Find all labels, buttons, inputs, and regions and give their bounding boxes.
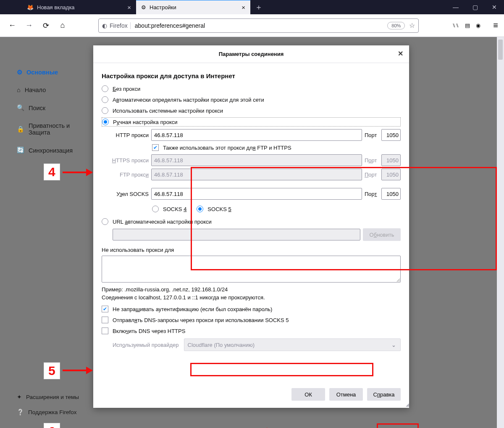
tab-label: Настройки <box>150 4 176 11</box>
https-proxy-row: HTTPS прокси Порт <box>102 154 401 166</box>
nav-toolbar: ← → ⟳ ⌂ ◐ Firefox about:preferences#gene… <box>0 14 504 37</box>
checkbox-icon <box>102 306 108 312</box>
http-proxy-input[interactable] <box>151 129 362 141</box>
checkbox-socks-dns[interactable]: Отправлять DNS-запросы через прокси при … <box>102 316 401 324</box>
close-icon[interactable]: ✕ <box>398 50 403 58</box>
toolbar-extras: ⑊⑊ ▤ ◉ <box>452 22 480 29</box>
noproxy-textarea[interactable] <box>102 256 401 283</box>
provider-label: Используемый провайдер <box>102 342 179 348</box>
port-label: Порт <box>365 191 379 197</box>
sidebar-item-extensions[interactable]: ✦Расширения и темы <box>17 394 79 400</box>
ftp-port-input <box>381 169 401 180</box>
sidebar-item-support[interactable]: ❔Поддержка Firefox <box>17 409 79 415</box>
radio-no-proxy[interactable]: Без прокси <box>102 85 401 93</box>
home-icon[interactable]: ⌂ <box>56 19 69 32</box>
minimize-icon[interactable]: — <box>446 0 465 14</box>
newtab-button[interactable]: ＋ <box>250 0 267 14</box>
tab-bar: 🦊 Новая вкладка × ⚙ Настройки × ＋ — ▢ ✕ <box>0 0 504 14</box>
http-port-input[interactable] <box>381 129 401 141</box>
radio-system-proxy[interactable]: Использовать системные настройки прокси <box>102 106 401 115</box>
menu-icon[interactable]: ≡ <box>493 21 498 30</box>
puzzle-icon: ✦ <box>17 394 22 400</box>
address-text[interactable]: about:preferences#general <box>135 22 383 29</box>
window-controls: — ▢ ✕ <box>446 0 504 14</box>
gear-icon: ⚙ <box>141 4 146 11</box>
back-icon[interactable]: ← <box>6 19 18 32</box>
reload-icon[interactable]: ⟳ <box>39 19 52 32</box>
page-scrollbar[interactable] <box>497 37 504 428</box>
close-window-icon[interactable]: ✕ <box>485 0 504 14</box>
close-icon[interactable]: × <box>242 4 245 11</box>
checkbox-doh[interactable]: Включить DNS через HTTPS <box>102 327 401 335</box>
socks-proxy-label: Узел SOCKS <box>102 191 149 197</box>
sidebar-item-label: Поддержка Firefox <box>28 409 76 415</box>
sidebar-item-privacy[interactable]: 🔒Приватность иЗащита <box>17 122 88 136</box>
https-port-input <box>381 154 401 166</box>
checkbox-save-login[interactable]: Не запрашивать аутентификацию (если был … <box>102 305 401 313</box>
forward-icon[interactable]: → <box>23 19 35 32</box>
checkbox-icon <box>102 328 108 334</box>
bookmark-star-icon[interactable] <box>409 21 415 29</box>
cancel-button[interactable]: Отмена <box>329 388 363 401</box>
firefox-glyph-icon: ◐ <box>102 22 107 29</box>
https-proxy-input <box>151 154 362 166</box>
firefox-icon: 🦊 <box>27 4 34 11</box>
resize-grip-icon[interactable]: ◢ <box>406 402 408 407</box>
checkbox-same-proxy[interactable]: Также использовать этот прокси для FTP и… <box>152 143 401 152</box>
sidebar-item-label: Начало <box>25 87 46 93</box>
sidebar-item-search[interactable]: 🔍Поиск <box>17 104 88 111</box>
radio-icon <box>102 85 108 92</box>
radio-socks5[interactable]: SOCKS 5 <box>197 205 231 213</box>
identity-label: Firefox <box>110 22 128 29</box>
port-label: Порт <box>365 157 379 164</box>
use-same-proxy-row: Также использовать этот прокси для FTP и… <box>102 143 401 152</box>
radio-pac-url[interactable]: URL автоматической настройки прокси <box>102 217 401 226</box>
checkbox-icon <box>152 144 159 151</box>
identity-chip[interactable]: ◐ Firefox <box>102 22 131 29</box>
sidebar-item-home[interactable]: ⌂Начало <box>17 87 88 93</box>
connection-settings-dialog: Параметры соединения ✕ Настройка прокси … <box>93 45 409 408</box>
sidebar-item-label: Приватность и <box>29 122 70 129</box>
checkbox-label: Отправлять DNS-запросы через прокси при … <box>113 317 289 323</box>
maximize-icon[interactable]: ▢ <box>465 0 485 14</box>
sidebar-item-label: Основные <box>26 69 58 76</box>
https-proxy-label: HTTPS прокси <box>102 157 149 164</box>
help-button[interactable]: Справка <box>367 388 401 401</box>
library-icon[interactable]: ⑊⑊ <box>452 22 459 29</box>
radio-label: SOCKS 4 <box>163 206 186 212</box>
noproxy-note: Соединения с localhost, 127.0.0.1 и ::1 … <box>102 294 401 301</box>
http-proxy-label: HTTP прокси <box>102 132 149 138</box>
sidebar-icon[interactable]: ▤ <box>465 22 470 29</box>
noproxy-label: Не использовать прокси для <box>102 247 401 253</box>
checkbox-icon <box>102 317 108 323</box>
radio-auto-detect[interactable]: Автоматически определять настройки прокс… <box>102 95 401 104</box>
radio-icon <box>102 96 108 103</box>
radio-icon <box>102 107 108 114</box>
pac-url-input <box>113 229 360 240</box>
radio-manual-proxy[interactable]: Ручная настройка прокси <box>102 117 401 127</box>
close-icon[interactable]: × <box>127 4 131 11</box>
sidebar-item-label: Поиск <box>29 105 45 111</box>
scroll-thumb[interactable] <box>498 40 503 60</box>
url-bar[interactable]: ◐ Firefox about:preferences#general 80% <box>98 18 419 33</box>
socks-port-input[interactable] <box>381 188 401 200</box>
port-label: Порт <box>365 132 379 138</box>
ok-button[interactable]: ОК <box>291 388 325 401</box>
sidebar-item-general[interactable]: ⚙Основные <box>17 69 88 76</box>
socks-version-row: SOCKS 4 SOCKS 5 <box>102 202 401 215</box>
socks-host-input[interactable] <box>151 188 362 200</box>
account-icon[interactable]: ◉ <box>476 22 480 29</box>
doh-provider-row: Используемый провайдер Cloudflare (По ум… <box>102 338 401 351</box>
tab-settings[interactable]: ⚙ Настройки × <box>136 0 250 14</box>
radio-socks4[interactable]: SOCKS 4 <box>152 205 186 213</box>
http-proxy-row: HTTP прокси Порт <box>102 129 401 141</box>
preferences-sidebar: ⚙Основные ⌂Начало 🔍Поиск 🔒Приватность иЗ… <box>17 69 88 154</box>
pac-url-row: Обновить <box>102 228 401 241</box>
zoom-badge[interactable]: 80% <box>387 22 405 29</box>
checkbox-label: Также использовать этот прокси для FTP и… <box>163 145 291 151</box>
checkbox-label: Включить DNS через HTTPS <box>113 328 185 334</box>
sidebar-item-sync[interactable]: 🔄Синхронизация <box>17 147 88 154</box>
sidebar-item-label: Расширения и темы <box>26 394 79 400</box>
tab-new[interactable]: 🦊 Новая вкладка × <box>22 0 136 14</box>
search-icon: 🔍 <box>17 104 24 111</box>
